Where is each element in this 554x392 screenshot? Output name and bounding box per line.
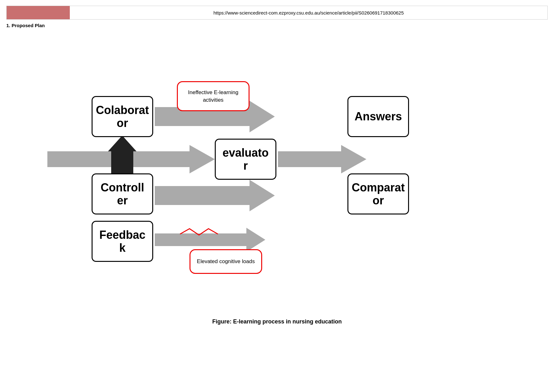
section-title: 1. Proposed Plan xyxy=(6,23,548,28)
header-bar: https://www-sciencedirect-com.ezproxy.cs… xyxy=(6,6,548,20)
header-url: https://www-sciencedirect-com.ezproxy.cs… xyxy=(70,10,547,15)
figure-caption: Figure: E-learning process in nursing ed… xyxy=(0,318,554,325)
ineffective-box: Ineffective E-learning activities xyxy=(177,81,250,111)
diagram-svg xyxy=(0,34,554,350)
svg-marker-2 xyxy=(278,145,366,173)
controller-box: Controll er xyxy=(92,173,153,214)
evaluator-box: evaluato r xyxy=(215,139,276,180)
svg-marker-5 xyxy=(108,136,136,177)
diagram-area: Colaborat or Answers evaluato r Controll… xyxy=(0,34,554,350)
answers-box: Answers xyxy=(347,96,409,137)
collaborator-box: Colaborat or xyxy=(92,96,153,137)
comparator-box: Comparat or xyxy=(347,173,409,214)
svg-marker-1 xyxy=(47,145,215,173)
svg-marker-3 xyxy=(155,180,275,211)
header-pink-box xyxy=(7,6,70,19)
feedback-box: Feedbac k xyxy=(92,221,153,262)
elevated-box: Elevated cognitive loads xyxy=(190,249,262,274)
svg-marker-4 xyxy=(155,228,265,252)
